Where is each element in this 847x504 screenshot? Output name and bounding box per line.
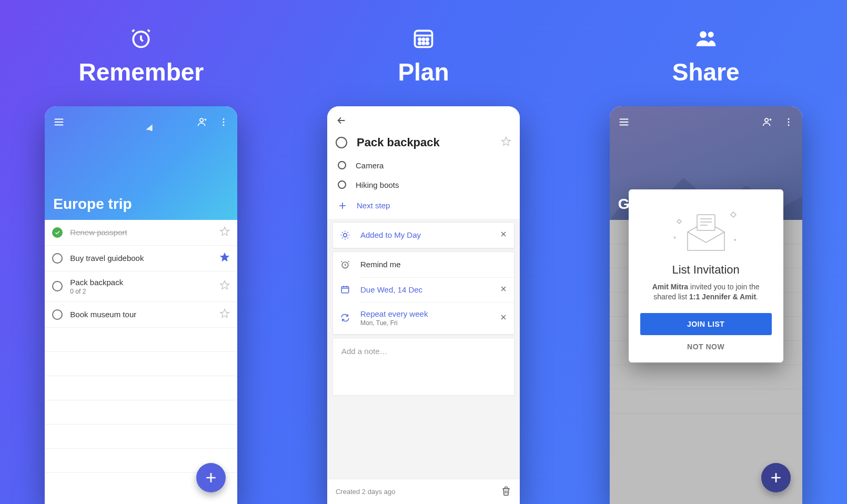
add-task-button[interactable] — [761, 463, 791, 492]
remove-icon[interactable] — [499, 313, 508, 323]
list-header: G — [610, 106, 802, 220]
svg-point-3 — [223, 121, 225, 123]
svg-rect-14 — [341, 287, 349, 293]
menu-icon[interactable] — [53, 116, 65, 130]
myday-label: Added to My Day — [360, 230, 490, 239]
detail-footer: Created 2 days ago — [327, 479, 520, 504]
more-icon[interactable] — [218, 117, 229, 129]
schedule-card: Remind me Due Wed, 14 Dec Repeat every w… — [332, 251, 515, 335]
svg-point-1 — [200, 118, 203, 122]
task-progress: 0 of 2 — [70, 288, 212, 295]
phone-plan: Pack backpack Camera Hiking boots Next s… — [327, 106, 520, 504]
task-label: Pack backpack — [70, 278, 212, 287]
add-person-icon[interactable] — [761, 116, 773, 130]
svg-point-18 — [788, 118, 789, 119]
task-label: Buy travel guidebook — [70, 254, 212, 263]
task-row[interactable]: Book museum tour — [45, 302, 237, 328]
svg-point-8 — [426, 38, 428, 41]
section-title-remember: Remember — [78, 58, 204, 86]
task-checkbox[interactable] — [52, 253, 63, 264]
task-checkbox[interactable] — [338, 180, 346, 189]
created-label: Created 2 days ago — [336, 488, 395, 496]
add-step-button[interactable]: Next step — [327, 195, 520, 219]
list-header: Europe trip — [45, 106, 237, 220]
task-detail-title: Pack backpack — [357, 136, 491, 149]
list-title: G — [618, 196, 794, 213]
sun-icon — [339, 230, 351, 240]
repeat-days: Mon, Tue, Fri — [360, 319, 490, 327]
modal-body: Amit Mitra invited you to join the share… — [640, 282, 772, 303]
phone-remember: Europe trip Renew passport Buy travel gu… — [45, 106, 237, 504]
section-title-share: Share — [672, 58, 740, 86]
note-input[interactable]: Add a note… — [332, 338, 515, 396]
list-title: Europe trip — [53, 196, 229, 213]
column-plan: Plan Pack backpack Camera Hiking boots — [327, 26, 520, 504]
people-icon — [694, 26, 718, 51]
task-checkbox[interactable] — [52, 281, 63, 291]
section-title-plan: Plan — [398, 58, 449, 86]
task-label: Book museum tour — [70, 310, 212, 319]
phone-share: G List Invitation Amit Mitra invited y — [610, 106, 802, 504]
repeat-row[interactable]: Repeat every week Mon, Tue, Fri — [333, 302, 514, 334]
repeat-icon — [339, 313, 351, 322]
task-list: Renew passport Buy travel guidebook Pack… — [45, 220, 237, 473]
not-now-button[interactable]: NOT NOW — [640, 342, 772, 351]
repeat-label: Repeat every week — [360, 309, 490, 318]
task-label: Renew passport — [70, 228, 212, 237]
add-person-icon[interactable] — [196, 116, 208, 130]
task-row[interactable]: Renew passport — [45, 220, 237, 246]
task-row[interactable]: Pack backpack 0 of 2 — [45, 271, 237, 302]
star-icon[interactable] — [219, 308, 230, 321]
next-step-label: Next step — [357, 201, 390, 210]
myday-card: Added to My Day — [332, 222, 515, 248]
svg-point-16 — [708, 32, 713, 37]
alarm-icon — [339, 259, 351, 270]
svg-point-12 — [344, 233, 347, 237]
invitation-modal: List Invitation Amit Mitra invited you t… — [629, 189, 783, 362]
delete-icon[interactable] — [501, 486, 511, 498]
star-icon[interactable] — [219, 226, 230, 239]
svg-point-6 — [419, 38, 421, 41]
add-task-button[interactable] — [196, 463, 226, 492]
alarm-icon — [129, 26, 153, 51]
task-checkbox-checked[interactable] — [52, 227, 63, 238]
star-icon[interactable] — [219, 280, 230, 293]
svg-rect-21 — [697, 215, 715, 230]
svg-point-19 — [788, 121, 789, 123]
calendar-icon — [411, 26, 436, 51]
myday-row[interactable]: Added to My Day — [333, 223, 514, 248]
due-label: Due Wed, 14 Dec — [360, 285, 490, 294]
back-icon[interactable] — [336, 115, 347, 128]
task-checkbox[interactable] — [338, 161, 346, 169]
task-checkbox[interactable] — [52, 309, 63, 320]
svg-point-2 — [223, 118, 225, 119]
subtask-row[interactable]: Hiking boots — [327, 175, 520, 195]
star-icon[interactable] — [501, 136, 511, 149]
subtask-row[interactable]: Camera — [327, 156, 520, 175]
remove-icon[interactable] — [499, 285, 508, 295]
remind-row[interactable]: Remind me — [333, 252, 514, 277]
column-share: Share G — [610, 26, 802, 504]
subtask-label: Camera — [356, 161, 384, 170]
svg-point-7 — [422, 38, 425, 41]
task-row[interactable]: Buy travel guidebook — [45, 246, 237, 271]
menu-icon[interactable] — [618, 116, 630, 130]
svg-point-10 — [422, 42, 425, 44]
column-remember: Remember Europe trip — [45, 26, 237, 504]
svg-point-17 — [765, 118, 768, 122]
due-row[interactable]: Due Wed, 14 Dec — [333, 277, 514, 302]
calendar-icon — [339, 285, 351, 294]
join-list-button[interactable]: JOIN LIST — [640, 313, 772, 335]
star-icon[interactable] — [219, 252, 230, 265]
remind-label: Remind me — [360, 260, 508, 269]
modal-title: List Invitation — [640, 263, 772, 277]
svg-point-11 — [426, 42, 428, 44]
subtask-label: Hiking boots — [356, 180, 399, 189]
svg-point-15 — [700, 31, 707, 38]
svg-point-4 — [223, 124, 225, 126]
task-checkbox[interactable] — [336, 137, 347, 148]
more-icon[interactable] — [783, 117, 794, 129]
svg-point-9 — [419, 42, 421, 44]
svg-point-20 — [788, 124, 789, 126]
remove-icon[interactable] — [499, 230, 508, 240]
